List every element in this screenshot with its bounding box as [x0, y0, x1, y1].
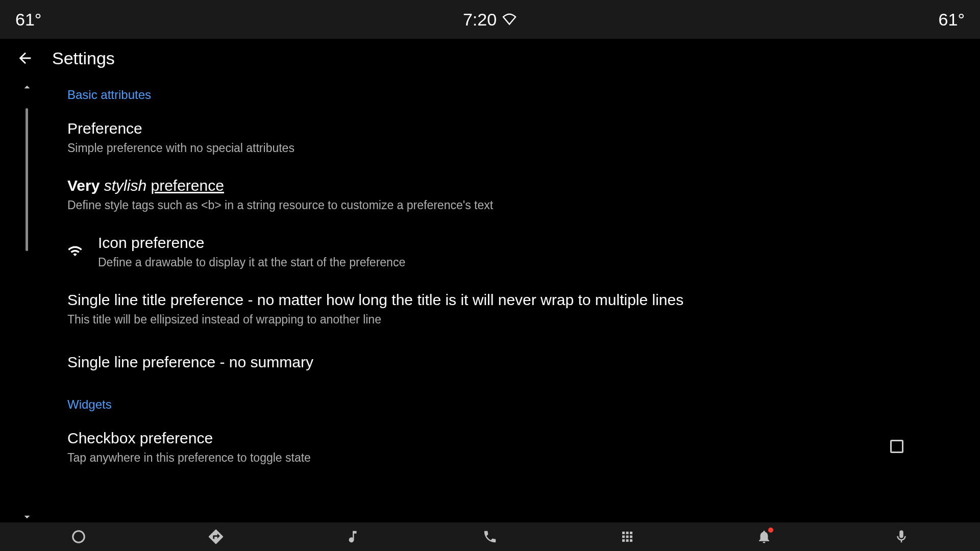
pref-singleline[interactable]: Single line title preference - no matter… [67, 280, 949, 337]
checkbox[interactable] [890, 440, 903, 453]
pref-title: Checkbox preference [67, 428, 890, 448]
pref-title: Very stylish preference [67, 176, 949, 195]
pref-stylish[interactable]: Very stylish preference Define style tag… [67, 165, 949, 222]
status-temp-left: 61° [15, 10, 41, 30]
status-center: 7:20 [463, 10, 517, 30]
pref-title-underline: preference [151, 177, 224, 194]
content-area: Basic attributes Preference Simple prefe… [0, 78, 980, 522]
nav-mic-button[interactable] [886, 522, 917, 551]
nav-music-button[interactable] [337, 522, 368, 551]
scroll-down-indicator[interactable] [20, 510, 34, 523]
svg-point-0 [73, 531, 85, 543]
pref-title: Single line title preference - no matter… [67, 290, 949, 310]
pref-simple[interactable]: Preference Simple preference with no spe… [67, 108, 949, 165]
pref-title: Preference [67, 118, 949, 138]
app-bar: Settings [0, 39, 980, 78]
pref-title-italic: stylish [104, 177, 146, 194]
pref-summary: Tap anywhere in this preference to toggl… [67, 451, 890, 465]
pref-icon-slot [67, 243, 98, 259]
pref-summary: Simple preference with no special attrib… [67, 141, 949, 155]
pref-summary: Define a drawable to display it at the s… [98, 256, 949, 269]
nav-phone-button[interactable] [475, 522, 505, 551]
status-temp-right: 61° [939, 10, 965, 30]
nav-bar [0, 522, 980, 551]
back-button[interactable] [16, 49, 34, 67]
pref-nosummary[interactable]: Single line preference - no summary [67, 337, 949, 387]
scrollbar[interactable] [26, 108, 28, 532]
notification-dot-icon [768, 528, 773, 533]
status-time: 7:20 [463, 10, 497, 30]
page-title: Settings [52, 48, 115, 68]
pref-summary: Define style tags such as <b> in a strin… [67, 198, 949, 212]
scroll-up-indicator[interactable] [20, 81, 34, 94]
pref-title: Icon preference [98, 233, 949, 253]
nav-apps-button[interactable] [612, 522, 643, 551]
pref-checkbox[interactable]: Checkbox preference Tap anywhere in this… [67, 418, 949, 475]
pref-title-bold: Very [67, 177, 100, 194]
status-bar: 61° 7:20 61° [0, 0, 980, 39]
pref-title: Single line preference - no summary [67, 352, 949, 372]
nav-assistant-button[interactable] [63, 522, 94, 551]
scrollbar-thumb[interactable] [26, 108, 28, 251]
wifi-icon [67, 243, 83, 259]
section-header-basic: Basic attributes [67, 78, 949, 108]
wifi-icon [502, 13, 517, 26]
nav-notifications-button[interactable] [749, 522, 779, 551]
pref-summary: This title will be ellipsized instead of… [67, 313, 949, 327]
pref-icon[interactable]: Icon preference Define a drawable to dis… [67, 222, 949, 280]
section-header-widgets: Widgets [67, 387, 949, 418]
nav-directions-button[interactable] [201, 522, 231, 551]
